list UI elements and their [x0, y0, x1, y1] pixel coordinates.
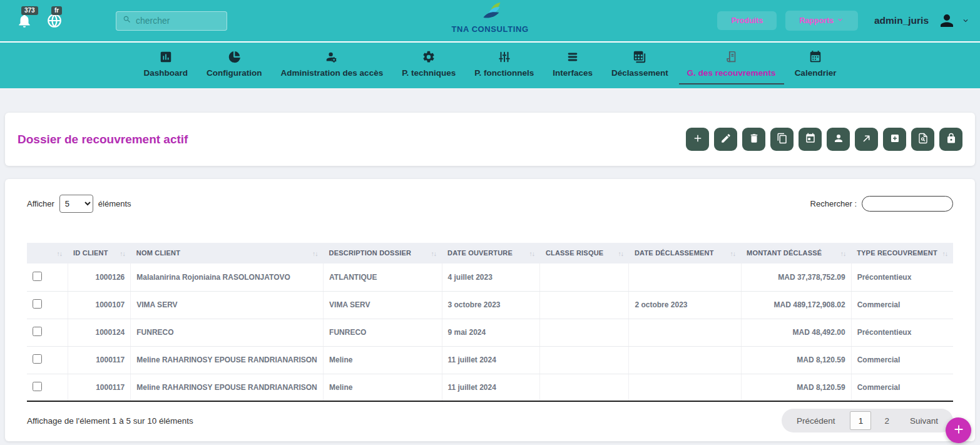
nav-item-administration-des-acces[interactable]: Administration des accès — [273, 46, 392, 84]
recovery-table: ↑↓ID CLIENT↑↓NOM CLIENT↑↓DESCRIPTION DOS… — [27, 243, 953, 402]
produits-button[interactable]: Produits — [717, 11, 777, 30]
main-nav: DashboardConfigurationAdministration des… — [0, 41, 980, 88]
logo-leaves-icon — [476, 3, 504, 24]
copy-icon — [777, 133, 788, 146]
add-button[interactable] — [686, 128, 709, 151]
pagination: Précédent 12 Suivant — [782, 409, 953, 432]
elements-label: éléments — [98, 199, 131, 208]
sort-icon: ↑↓ — [618, 250, 623, 257]
column-header-id_client[interactable]: ID CLIENT↑↓ — [68, 243, 131, 263]
nav-label: P. fonctionnels — [474, 68, 534, 78]
row-checkbox[interactable] — [33, 327, 42, 336]
column-header-montant_declasse[interactable]: MONTANT DÉCLASSÉ↑↓ — [741, 243, 851, 263]
nav-item-configuration[interactable]: Configuration — [198, 46, 270, 84]
column-header-classe_risque[interactable]: CLASSE RISQUE↑↓ — [540, 243, 629, 263]
cell-nom_client: Malalanirina Rojoniaina RASOLONJATOVO — [131, 263, 324, 291]
delete-button[interactable] — [742, 128, 765, 151]
assign-user-button[interactable] — [827, 128, 850, 151]
duplicate-button[interactable] — [770, 128, 794, 151]
add-fab-button[interactable] — [946, 417, 971, 443]
column-header-date_declassement[interactable]: DATE DÉCLASSEMENT↑↓ — [629, 243, 741, 263]
nav-item-interfaces[interactable]: Interfaces — [544, 46, 601, 84]
cell-date_declassement — [629, 263, 741, 291]
cell-classe_risque — [540, 291, 629, 319]
nav-item-calendrier[interactable]: Calendrier — [787, 46, 845, 84]
preview-button[interactable] — [911, 128, 934, 151]
table-row[interactable]: 1000124FUNRECOFUNRECO9 mai 2024MAD 48,49… — [27, 319, 953, 346]
nav-label: Interfaces — [553, 68, 593, 78]
previous-page-button[interactable]: Précédent — [785, 416, 847, 426]
column-header-description_dossier[interactable]: DESCRIPTION DOSSIER↑↓ — [324, 243, 442, 263]
nav-item-dashboard[interactable]: Dashboard — [136, 46, 197, 84]
table-search-label: Rechercher : — [810, 199, 857, 208]
column-header-type_recouvrement[interactable]: TYPE RECOUVREMENT↑↓ — [851, 243, 953, 263]
calendar-button[interactable] — [799, 128, 822, 151]
next-page-button[interactable]: Suivant — [899, 416, 949, 426]
table-search-input[interactable] — [862, 196, 953, 212]
table-row[interactable]: 1000107VIMA SERVVIMA SERV3 octobre 20232… — [27, 291, 953, 319]
sort-icon: ↑↓ — [120, 250, 125, 257]
list-icon — [566, 50, 579, 64]
search-input[interactable] — [136, 16, 220, 26]
page-button-1[interactable]: 1 — [850, 411, 871, 430]
pencil-icon — [720, 133, 732, 146]
cell-montant_declasse: MAD 8,120.59 — [741, 346, 851, 374]
table-row[interactable]: 1000126Malalanirina Rojoniaina RASOLONJA… — [27, 263, 953, 291]
notifications-bell[interactable]: 373 — [16, 13, 33, 29]
cell-nom_client: FUNRECO — [131, 319, 324, 346]
nav-item-g-des-recouvrements[interactable]: G. des recouvrements — [679, 46, 784, 84]
lock-icon — [946, 133, 957, 146]
archive-button[interactable] — [883, 128, 906, 151]
cell-description_dossier: Meline — [324, 374, 442, 401]
username: admin_juris — [874, 15, 929, 26]
cell-id_client: 1000124 — [68, 319, 131, 346]
lock-button[interactable] — [939, 128, 962, 151]
calendar-icon — [809, 50, 822, 64]
language-globe[interactable]: fr — [46, 13, 63, 29]
user-avatar-icon[interactable] — [937, 11, 956, 30]
cell-classe_risque — [540, 374, 629, 401]
cell-type_recouvrement: Commercial — [851, 346, 953, 374]
edit-button[interactable] — [714, 128, 737, 151]
nav-item-p-techniques[interactable]: P. techniques — [394, 46, 464, 84]
column-header-select[interactable]: ↑↓ — [27, 243, 68, 263]
arrow-up-right-icon — [861, 133, 872, 146]
user-menu-caret-icon[interactable] — [961, 16, 970, 25]
show-label: Afficher — [27, 199, 54, 208]
table-body: 1000126Malalanirina Rojoniaina RASOLONJA… — [27, 263, 953, 401]
row-checkbox[interactable] — [33, 299, 42, 309]
sort-icon: ↑↓ — [431, 250, 437, 257]
chevron-down-icon — [836, 16, 844, 26]
row-checkbox[interactable] — [33, 382, 42, 391]
cell-date_ouverture: 11 juillet 2024 — [442, 374, 540, 401]
export-button[interactable] — [855, 128, 878, 151]
nav-item-declassement[interactable]: Déclassement — [603, 46, 676, 84]
box-plus-icon — [889, 133, 901, 146]
cell-date_declassement: 2 octobre 2023 — [629, 291, 741, 319]
page-button-2[interactable]: 2 — [875, 416, 899, 426]
cell-id_client: 1000117 — [68, 374, 131, 401]
table-row[interactable]: 1000117Meline RAHARINOSY EPOUSE RANDRIAN… — [27, 374, 953, 401]
language-badge: fr — [51, 6, 62, 15]
calendar-square-icon — [805, 133, 816, 146]
nav-label: G. des recouvrements — [687, 68, 776, 78]
globe-icon — [46, 20, 63, 31]
cell-description_dossier: ATLANTIQUE — [324, 263, 442, 291]
nav-item-p-fonctionnels[interactable]: P. fonctionnels — [466, 46, 542, 84]
doc-search-icon — [917, 133, 929, 146]
table-row[interactable]: 1000117Meline RAHARINOSY EPOUSE RANDRIAN… — [27, 346, 953, 374]
cell-description_dossier: VIMA SERV — [324, 291, 442, 319]
title-card: Dossier de recouvrement actif — [5, 113, 975, 166]
rapports-button[interactable]: Rapports — [785, 11, 858, 31]
cell-nom_client: Meline RAHARINOSY EPOUSE RANDRIANARISON — [131, 346, 324, 374]
global-search[interactable] — [116, 11, 227, 31]
page-size-select[interactable]: 5 — [59, 195, 93, 213]
row-checkbox[interactable] — [33, 272, 42, 281]
cell-date_ouverture: 4 juillet 2023 — [442, 263, 540, 291]
column-header-date_ouverture[interactable]: DATE OUVERTURE↑↓ — [442, 243, 540, 263]
table-header-row: ↑↓ID CLIENT↑↓NOM CLIENT↑↓DESCRIPTION DOS… — [27, 243, 953, 263]
column-header-nom_client[interactable]: NOM CLIENT↑↓ — [131, 243, 324, 263]
nav-label: Configuration — [207, 68, 262, 78]
row-checkbox[interactable] — [33, 354, 42, 364]
sort-icon: ↑↓ — [57, 250, 63, 257]
